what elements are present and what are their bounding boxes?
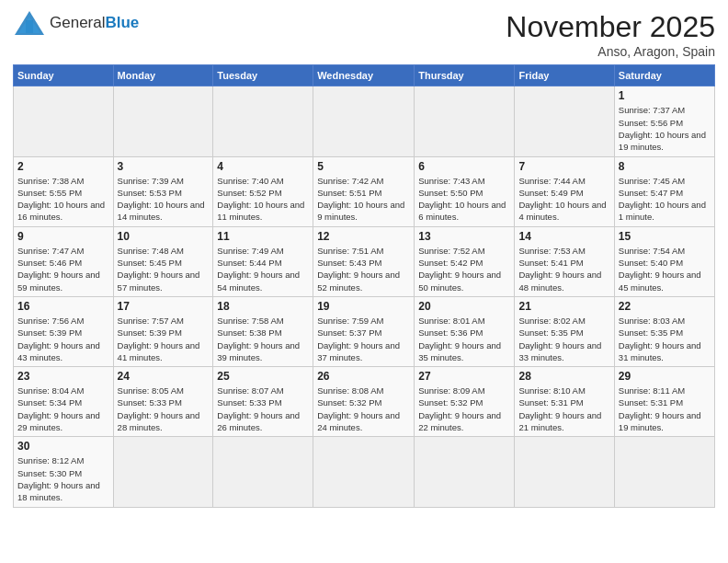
day-number: 9 <box>17 230 109 243</box>
day-info: Sunrise: 8:08 AM Sunset: 5:32 PM Dayligh… <box>317 385 410 433</box>
day-number: 11 <box>217 230 309 243</box>
day-number: 17 <box>118 300 210 313</box>
day-cell: 17Sunrise: 7:57 AM Sunset: 5:39 PM Dayli… <box>113 296 213 366</box>
day-number: 6 <box>418 160 510 173</box>
day-info: Sunrise: 8:09 AM Sunset: 5:32 PM Dayligh… <box>418 385 510 433</box>
day-info: Sunrise: 8:04 AM Sunset: 5:34 PM Dayligh… <box>17 385 109 433</box>
day-cell: 26Sunrise: 8:08 AM Sunset: 5:32 PM Dayli… <box>313 367 415 437</box>
day-cell: 15Sunrise: 7:54 AM Sunset: 5:40 PM Dayli… <box>614 226 714 296</box>
day-cell: 25Sunrise: 8:07 AM Sunset: 5:33 PM Dayli… <box>213 367 313 437</box>
day-number: 15 <box>619 230 711 243</box>
day-number: 10 <box>118 230 210 243</box>
week-row-2: 9Sunrise: 7:47 AM Sunset: 5:46 PM Daylig… <box>14 226 715 296</box>
svg-rect-2 <box>26 20 33 33</box>
day-cell: 10Sunrise: 7:48 AM Sunset: 5:45 PM Dayli… <box>113 226 213 296</box>
day-cell: 5Sunrise: 7:42 AM Sunset: 5:51 PM Daylig… <box>313 156 415 226</box>
calendar-header-row: SundayMondayTuesdayWednesdayThursdayFrid… <box>14 65 715 86</box>
day-cell: 12Sunrise: 7:51 AM Sunset: 5:43 PM Dayli… <box>313 226 415 296</box>
day-cell <box>113 437 213 507</box>
day-number: 26 <box>317 370 410 383</box>
day-info: Sunrise: 7:47 AM Sunset: 5:46 PM Dayligh… <box>17 245 109 293</box>
day-cell <box>113 86 213 156</box>
day-cell: 20Sunrise: 8:01 AM Sunset: 5:36 PM Dayli… <box>415 296 515 366</box>
day-cell: 4Sunrise: 7:40 AM Sunset: 5:52 PM Daylig… <box>213 156 313 226</box>
title-block: November 2025 Anso, Aragon, Spain <box>506 9 715 59</box>
day-number: 21 <box>518 300 609 313</box>
day-cell <box>614 437 714 507</box>
day-number: 20 <box>418 300 510 313</box>
day-cell <box>213 86 313 156</box>
day-info: Sunrise: 8:10 AM Sunset: 5:31 PM Dayligh… <box>518 385 609 433</box>
week-row-1: 2Sunrise: 7:38 AM Sunset: 5:55 PM Daylig… <box>14 156 715 226</box>
day-number: 5 <box>317 160 410 173</box>
day-info: Sunrise: 7:52 AM Sunset: 5:42 PM Dayligh… <box>418 245 510 293</box>
day-number: 24 <box>118 370 210 383</box>
week-row-4: 23Sunrise: 8:04 AM Sunset: 5:34 PM Dayli… <box>14 367 715 437</box>
col-header-saturday: Saturday <box>614 65 714 86</box>
calendar: SundayMondayTuesdayWednesdayThursdayFrid… <box>13 64 715 507</box>
day-cell: 30Sunrise: 8:12 AM Sunset: 5:30 PM Dayli… <box>14 437 114 507</box>
day-info: Sunrise: 7:44 AM Sunset: 5:49 PM Dayligh… <box>518 175 609 224</box>
day-cell: 7Sunrise: 7:44 AM Sunset: 5:49 PM Daylig… <box>515 156 614 226</box>
day-info: Sunrise: 8:02 AM Sunset: 5:35 PM Dayligh… <box>518 315 609 363</box>
day-cell: 6Sunrise: 7:43 AM Sunset: 5:50 PM Daylig… <box>415 156 515 226</box>
day-cell: 29Sunrise: 8:11 AM Sunset: 5:31 PM Dayli… <box>614 367 714 437</box>
day-cell: 18Sunrise: 7:58 AM Sunset: 5:38 PM Dayli… <box>213 296 313 366</box>
day-cell: 9Sunrise: 7:47 AM Sunset: 5:46 PM Daylig… <box>14 226 114 296</box>
day-info: Sunrise: 7:49 AM Sunset: 5:44 PM Dayligh… <box>217 245 309 293</box>
day-info: Sunrise: 8:01 AM Sunset: 5:36 PM Dayligh… <box>418 315 510 363</box>
day-number: 8 <box>619 160 711 173</box>
day-info: Sunrise: 8:05 AM Sunset: 5:33 PM Dayligh… <box>118 385 210 433</box>
day-number: 19 <box>317 300 410 313</box>
day-info: Sunrise: 7:56 AM Sunset: 5:39 PM Dayligh… <box>17 315 109 363</box>
day-cell <box>14 86 114 156</box>
col-header-wednesday: Wednesday <box>313 65 415 86</box>
day-info: Sunrise: 8:12 AM Sunset: 5:30 PM Dayligh… <box>17 454 109 503</box>
col-header-monday: Monday <box>113 65 213 86</box>
day-cell: 21Sunrise: 8:02 AM Sunset: 5:35 PM Dayli… <box>515 296 614 366</box>
day-cell: 19Sunrise: 7:59 AM Sunset: 5:37 PM Dayli… <box>313 296 415 366</box>
header: GeneralBlue November 2025 Anso, Aragon, … <box>13 9 715 59</box>
day-number: 12 <box>317 230 410 243</box>
day-number: 27 <box>418 370 510 383</box>
day-info: Sunrise: 8:07 AM Sunset: 5:33 PM Dayligh… <box>217 385 309 433</box>
day-number: 14 <box>518 230 609 243</box>
day-cell <box>415 437 515 507</box>
day-info: Sunrise: 8:03 AM Sunset: 5:35 PM Dayligh… <box>619 315 711 363</box>
day-info: Sunrise: 7:53 AM Sunset: 5:41 PM Dayligh… <box>518 245 609 293</box>
day-info: Sunrise: 7:48 AM Sunset: 5:45 PM Dayligh… <box>118 245 210 293</box>
day-number: 3 <box>118 160 210 173</box>
col-header-sunday: Sunday <box>14 65 114 86</box>
day-cell: 3Sunrise: 7:39 AM Sunset: 5:53 PM Daylig… <box>113 156 213 226</box>
day-cell: 28Sunrise: 8:10 AM Sunset: 5:31 PM Dayli… <box>515 367 614 437</box>
day-number: 18 <box>217 300 309 313</box>
day-number: 28 <box>518 370 609 383</box>
logo-text: GeneralBlue <box>50 15 139 32</box>
day-info: Sunrise: 8:11 AM Sunset: 5:31 PM Dayligh… <box>619 385 711 433</box>
col-header-thursday: Thursday <box>415 65 515 86</box>
day-cell: 16Sunrise: 7:56 AM Sunset: 5:39 PM Dayli… <box>14 296 114 366</box>
day-info: Sunrise: 7:40 AM Sunset: 5:52 PM Dayligh… <box>217 175 309 224</box>
day-info: Sunrise: 7:45 AM Sunset: 5:47 PM Dayligh… <box>619 175 711 224</box>
week-row-3: 16Sunrise: 7:56 AM Sunset: 5:39 PM Dayli… <box>14 296 715 366</box>
day-cell: 24Sunrise: 8:05 AM Sunset: 5:33 PM Dayli… <box>113 367 213 437</box>
logo: GeneralBlue <box>13 9 139 37</box>
day-cell: 13Sunrise: 7:52 AM Sunset: 5:42 PM Dayli… <box>415 226 515 296</box>
day-cell: 22Sunrise: 8:03 AM Sunset: 5:35 PM Dayli… <box>614 296 714 366</box>
day-number: 7 <box>518 160 609 173</box>
day-cell: 23Sunrise: 8:04 AM Sunset: 5:34 PM Dayli… <box>14 367 114 437</box>
week-row-0: 1Sunrise: 7:37 AM Sunset: 5:56 PM Daylig… <box>14 86 715 156</box>
day-info: Sunrise: 7:51 AM Sunset: 5:43 PM Dayligh… <box>317 245 410 293</box>
day-cell <box>515 437 614 507</box>
page: GeneralBlue November 2025 Anso, Aragon, … <box>0 0 728 563</box>
day-info: Sunrise: 7:43 AM Sunset: 5:50 PM Dayligh… <box>418 175 510 224</box>
location: Anso, Aragon, Spain <box>506 44 715 59</box>
day-number: 2 <box>17 160 109 173</box>
day-info: Sunrise: 7:58 AM Sunset: 5:38 PM Dayligh… <box>217 315 309 363</box>
col-header-friday: Friday <box>515 65 614 86</box>
day-number: 4 <box>217 160 309 173</box>
day-cell <box>415 86 515 156</box>
logo-icon <box>13 9 46 37</box>
day-number: 29 <box>619 370 711 383</box>
day-cell: 2Sunrise: 7:38 AM Sunset: 5:55 PM Daylig… <box>14 156 114 226</box>
